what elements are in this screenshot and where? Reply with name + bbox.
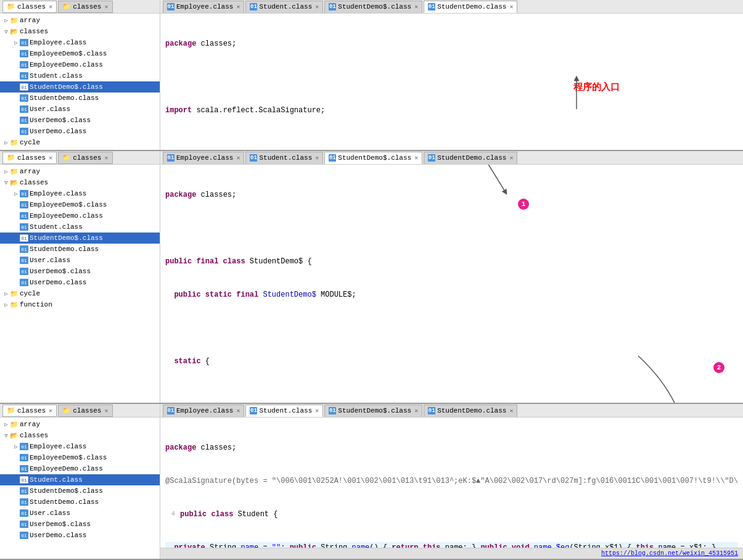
tree-item-classes-mid[interactable]: ▽ 📂 classes xyxy=(0,177,160,188)
tab-employee-bot[interactable]: 01 Employee.class ✕ xyxy=(163,405,244,417)
tab-studentdemo-dollar-top[interactable]: 01 StudentDemo$.class ✕ xyxy=(324,1,422,13)
tab-studentdemo-dollar-bot[interactable]: 01 StudentDemo$.class ✕ xyxy=(324,405,422,417)
expand-icon[interactable]: ▷ xyxy=(2,168,10,175)
expand-icon[interactable]: ▽ xyxy=(2,179,10,186)
tab-close-icon[interactable]: ✕ xyxy=(414,154,418,162)
tree-item-userdemo2-top[interactable]: ▷ 01 UserDemo.class xyxy=(0,126,160,137)
tab-student-bot[interactable]: 01 Student.class ✕ xyxy=(245,405,323,417)
close-icon[interactable]: ✕ xyxy=(49,407,52,414)
code-line: package classes; xyxy=(165,442,738,453)
file-icon: 01 xyxy=(20,443,28,450)
expand-icon[interactable]: ▷ xyxy=(12,190,20,197)
top-sidebar-close-2[interactable]: ✕ xyxy=(104,3,108,10)
tab-close-icon[interactable]: ✕ xyxy=(509,3,513,10)
tab-studentdemo-mid[interactable]: 01 StudentDemo.class ✕ xyxy=(424,152,517,164)
bottom-sidebar-tab-2[interactable]: 📁 classes ✕ xyxy=(58,405,112,417)
expand-icon[interactable]: ▽ xyxy=(2,432,10,439)
tree-item-userdemo-mid[interactable]: ▷ 01 UserDemo$.class xyxy=(0,266,160,277)
expand-icon[interactable]: ▷ xyxy=(2,301,10,308)
top-sidebar-tab-1[interactable]: 📁 classes ✕ xyxy=(2,1,57,13)
close-icon[interactable]: ✕ xyxy=(49,154,52,162)
tree-item-user-bot[interactable]: ▷ 01 User.class xyxy=(0,508,160,519)
status-link[interactable]: https://blog.csdn.net/weixin_45315951 xyxy=(601,550,738,557)
expand-icon[interactable]: ▷ xyxy=(2,17,10,24)
tree-item-userdemo2-mid[interactable]: ▷ 01 UserDemo.class xyxy=(0,277,160,288)
tree-item-cycle-mid[interactable]: ▷ 📁 cycle xyxy=(0,288,160,299)
tab-employee-top[interactable]: 01 Employee.class ✕ xyxy=(163,1,244,13)
folder-icon: 📁 xyxy=(62,406,71,414)
expand-icon[interactable]: ▽ xyxy=(2,28,10,35)
tab-student-top[interactable]: 01 Student.class ✕ xyxy=(245,1,323,13)
tree-item-employeedemo-bot[interactable]: ▷ 01 EmployeeDemo$.class xyxy=(0,452,160,463)
tree-item-array-top[interactable]: ▷ 📁 array xyxy=(0,15,160,26)
middle-sidebar-tab-2[interactable]: 📁 classes ✕ xyxy=(58,152,112,164)
file-icon: 01 xyxy=(20,257,28,264)
tree-item-studentdemo-sel-top[interactable]: ▷ 01 StudentDemo$.class xyxy=(0,81,160,93)
tree-item-studentdemo2-mid[interactable]: ▷ 01 StudentDemo.class xyxy=(0,244,160,255)
code-line: 4 public class Student { xyxy=(165,509,738,520)
tree-item-user-mid[interactable]: ▷ 01 User.class xyxy=(0,255,160,266)
middle-sidebar: 📁 classes ✕ 📁 classes ✕ ▷ 📁 array ▽ xyxy=(0,151,160,403)
bottom-editor-tabbar: 01 Employee.class ✕ 01 Student.class ✕ 0… xyxy=(160,404,743,418)
tree-item-classes-top[interactable]: ▽ 📂 classes xyxy=(0,26,160,37)
tree-item-userdemo-bot[interactable]: ▷ 01 UserDemo$.class xyxy=(0,519,160,530)
tab-studentdemo-bot[interactable]: 01 StudentDemo.class ✕ xyxy=(424,405,517,417)
tree-item-student-sel-bot[interactable]: ▷ 01 Student.class xyxy=(0,474,160,485)
tab-studentdemo-top[interactable]: 01 StudentDemo.class ✕ xyxy=(424,1,517,13)
expand-icon[interactable]: ▷ xyxy=(12,39,20,46)
expand-icon[interactable]: ▷ xyxy=(2,290,10,297)
bottom-sidebar-tab-1[interactable]: 📁 classes ✕ xyxy=(2,405,57,417)
tree-item-studentdemo-bot[interactable]: ▷ 01 StudentDemo$.class xyxy=(0,485,160,496)
file-icon: 01 xyxy=(20,201,28,208)
tab-close-icon[interactable]: ✕ xyxy=(414,3,418,10)
tree-item-array-bot[interactable]: ▷ 📁 array xyxy=(0,419,160,430)
tab-close-icon[interactable]: ✕ xyxy=(236,154,240,162)
tree-label: StudentDemo$.class xyxy=(30,83,103,91)
tab-employee-mid[interactable]: 01 Employee.class ✕ xyxy=(163,152,244,164)
tree-item-studentdemo-sel-mid[interactable]: ▷ 01 StudentDemo$.class xyxy=(0,233,160,244)
tree-item-employeedemo2-top[interactable]: ▷ 01 EmployeeDemo.class xyxy=(0,59,160,70)
tree-item-userdemo2-bot[interactable]: ▷ 01 UserDemo.class xyxy=(0,530,160,541)
tree-item-userdemo-top[interactable]: ▷ 01 UserDemo$.class xyxy=(0,115,160,126)
tab-close-icon[interactable]: ✕ xyxy=(315,154,319,162)
top-sidebar-close-1[interactable]: ✕ xyxy=(49,3,52,10)
tree-item-employee-top[interactable]: ▷ 01 Employee.class xyxy=(0,37,160,48)
tab-student-mid[interactable]: 01 Student.class ✕ xyxy=(245,152,323,164)
close-icon[interactable]: ✕ xyxy=(104,154,108,162)
tab-close-icon[interactable]: ✕ xyxy=(236,3,240,10)
tab-file-icon: 01 xyxy=(428,3,435,10)
tab-close-icon[interactable]: ✕ xyxy=(509,154,513,162)
tree-item-employeedemo2-bot[interactable]: ▷ 01 EmployeeDemo.class xyxy=(0,463,160,474)
tree-item-employee-bot[interactable]: ▷ 01 Employee.class xyxy=(0,441,160,452)
tree-item-studentdemo2-bot[interactable]: ▷ 01 StudentDemo.class xyxy=(0,496,160,508)
tab-close-icon[interactable]: ✕ xyxy=(315,3,319,10)
tab-close-icon[interactable]: ✕ xyxy=(414,407,418,414)
top-sidebar-tab-2[interactable]: 📁 classes ✕ xyxy=(58,1,112,13)
tree-item-array-mid[interactable]: ▷ 📁 array xyxy=(0,166,160,177)
file-icon: 01 xyxy=(20,190,28,197)
tree-item-employee-mid[interactable]: ▷ 01 Employee.class xyxy=(0,188,160,199)
tree-item-employeedemo-mid[interactable]: ▷ 01 EmployeeDemo$.class xyxy=(0,199,160,210)
tab-file-icon: 01 xyxy=(329,3,336,10)
tab-studentdemo-dollar-mid[interactable]: 01 StudentDemo$.class ✕ xyxy=(324,152,422,164)
close-icon[interactable]: ✕ xyxy=(104,407,108,414)
expand-icon[interactable]: ▷ xyxy=(2,139,10,146)
tab-close-icon[interactable]: ✕ xyxy=(509,407,513,414)
tree-item-student-mid[interactable]: ▷ 01 Student.class xyxy=(0,221,160,233)
expand-icon[interactable]: ▷ xyxy=(2,421,10,428)
tree-item-employeedemo2-mid[interactable]: ▷ 01 EmployeeDemo.class xyxy=(0,210,160,221)
tab-close-icon[interactable]: ✕ xyxy=(315,407,319,414)
tree-item-user-top[interactable]: ▷ 01 User.class xyxy=(0,104,160,115)
file-icon: 01 xyxy=(20,212,28,220)
tree-item-function-mid[interactable]: ▷ 📁 function xyxy=(0,299,160,310)
expand-icon[interactable]: ▷ xyxy=(12,443,20,450)
tree-item-student-top[interactable]: ▷ 01 Student.class xyxy=(0,70,160,81)
tree-item-cycle-top[interactable]: ▷ 📁 cycle xyxy=(0,137,160,148)
tab-close-icon[interactable]: ✕ xyxy=(236,407,240,414)
tree-label: array xyxy=(20,421,40,428)
tree-item-studentdemo2-top[interactable]: ▷ 01 StudentDemo.class xyxy=(0,93,160,104)
middle-sidebar-tab-1[interactable]: 📁 classes ✕ xyxy=(2,152,57,164)
tree-item-classes-bot[interactable]: ▽ 📂 classes xyxy=(0,430,160,441)
middle-editor-tabbar: 01 Employee.class ✕ 01 Student.class ✕ 0… xyxy=(160,151,743,165)
tree-item-employeedemo-top[interactable]: ▷ 01 EmployeeDemo$.class xyxy=(0,48,160,59)
